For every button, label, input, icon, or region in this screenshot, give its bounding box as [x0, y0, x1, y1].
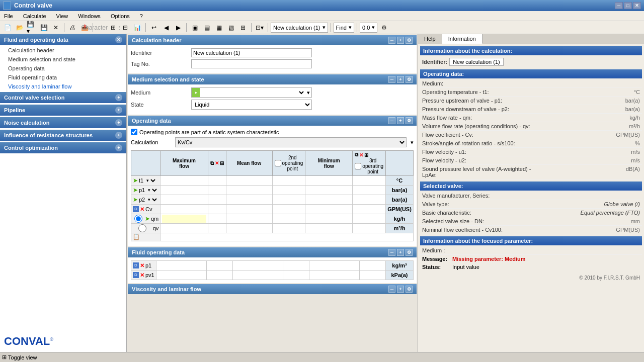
p2-max-input[interactable] [162, 196, 206, 204]
menu-options[interactable]: Options [109, 13, 132, 20]
tab-information[interactable]: Information [442, 34, 482, 44]
cv-mean-input[interactable] [228, 205, 271, 213]
p2-mean-input[interactable] [228, 196, 271, 204]
save-button[interactable]: 💾 [38, 22, 49, 33]
qv-max-input[interactable] [162, 224, 206, 232]
second-op-point-checkbox[interactable] [275, 160, 281, 166]
medium-select[interactable]: ➤ ▾ [191, 87, 312, 98]
undo-button[interactable]: ↩ [148, 22, 159, 33]
fluid-pv1-mean-input[interactable] [234, 271, 281, 279]
qm-mean-input[interactable] [228, 215, 271, 223]
menu-windows[interactable]: Windows [76, 13, 103, 20]
qm-min-input[interactable] [307, 215, 351, 223]
calc-dropdown-arrow[interactable]: ▾ [411, 139, 414, 146]
view-btn3[interactable]: ▦ [213, 22, 224, 33]
t1-max-input[interactable] [162, 176, 206, 185]
settings-button[interactable]: ⚙ [378, 22, 389, 33]
fluid-pv1-x-icon[interactable]: ✕ [140, 272, 144, 279]
fluid-add-btn[interactable]: + [397, 249, 404, 256]
section-resistance[interactable]: Influence of resistance structures + [0, 130, 126, 141]
cv-max-input[interactable] [162, 205, 206, 213]
fluid-pv1-max-input[interactable] [158, 271, 205, 279]
cv-min-input[interactable] [307, 205, 351, 213]
maximize-button[interactable]: □ [624, 2, 632, 9]
fluid-pv1-min-input[interactable] [311, 271, 358, 279]
min-copy-icon[interactable]: ⧉ [355, 152, 358, 158]
view-btn2[interactable]: ▤ [201, 22, 212, 33]
viscosity-minimize-btn[interactable]: ─ [388, 286, 395, 293]
menu-help[interactable]: ? [138, 13, 145, 20]
min-delete-icon[interactable]: ✕ [359, 152, 363, 158]
section-fluid-operating[interactable]: Fluid and operating data ✕ [0, 34, 126, 45]
close-button[interactable]: ✕ [633, 2, 641, 9]
t1-select[interactable]: ▾ [144, 177, 157, 184]
nav-item-fluid-operating[interactable]: Fluid operating data [0, 73, 126, 82]
new-button[interactable]: 📄 [2, 22, 13, 33]
max-add-icon[interactable]: ⊞ [220, 160, 224, 166]
delete-button[interactable]: ✕ [50, 22, 61, 33]
save-dropdown[interactable]: 💾▾ [26, 22, 37, 33]
tab-help[interactable]: Help [418, 34, 442, 44]
open-button[interactable]: 📂 [14, 22, 25, 33]
nav-item-viscosity[interactable]: Viscosity and laminar flow [0, 82, 126, 91]
minimize-button[interactable]: ─ [615, 2, 623, 9]
t1-min-input[interactable] [307, 176, 351, 185]
viscosity-settings-btn[interactable]: ⚙ [406, 286, 413, 293]
p1-max-input[interactable] [162, 186, 206, 194]
find-dropdown[interactable]: Find ▾ [334, 23, 354, 33]
section-pipeline[interactable]: Pipeline + [0, 105, 126, 116]
p2-select[interactable]: ▾ [146, 197, 158, 203]
nav-item-operating[interactable]: Operating data [0, 64, 126, 73]
section-noise[interactable]: Noise calculation + [0, 117, 126, 128]
back-button[interactable]: ◀ [160, 22, 172, 33]
operating-add-btn[interactable]: + [397, 117, 404, 124]
medium-dropdown-arrow[interactable]: ▾ [305, 89, 311, 96]
medium-dropdown[interactable] [200, 88, 305, 97]
view-btn4[interactable]: ▧ [225, 22, 236, 33]
char-btn4[interactable]: 📊 [132, 22, 143, 33]
print-button[interactable]: 🖨 [67, 22, 78, 33]
viscosity-add-btn[interactable]: + [397, 286, 404, 293]
section-optimization[interactable]: Control optimization + [0, 142, 126, 153]
forward-button[interactable]: ▶ [173, 22, 184, 33]
medium-add-btn[interactable]: + [397, 76, 404, 83]
p1-mean-input[interactable] [228, 186, 271, 194]
fluid-minimize-btn[interactable]: ─ [388, 249, 395, 256]
max-copy-icon[interactable]: ⧉ [210, 160, 214, 166]
min-add-icon[interactable]: ⊞ [364, 152, 368, 158]
char-btn2[interactable]: ⊞ [108, 22, 119, 33]
calculation-select[interactable]: Kv/Cv [175, 137, 407, 147]
fluid-p1-mean-input[interactable] [234, 261, 281, 269]
qm-max-input[interactable] [162, 215, 206, 223]
state-select[interactable]: Liquid Gas Steam [191, 100, 312, 110]
p2-min-input[interactable] [307, 196, 351, 204]
characteristics-button[interactable]: Characteristics [96, 22, 107, 33]
toggle-view-button[interactable]: ⊞ Toggle view [2, 354, 37, 360]
char-btn3[interactable]: ⊟ [120, 22, 131, 33]
view-btn1[interactable]: ▣ [189, 22, 200, 33]
fluid-p1-max-input[interactable] [158, 261, 205, 269]
qv-mean-input[interactable] [228, 224, 271, 232]
fluid-p1-min-input[interactable] [311, 261, 358, 269]
max-delete-icon[interactable]: ✕ [215, 160, 219, 166]
nav-item-calc-header[interactable]: Calculation header [0, 46, 126, 55]
value-dropdown[interactable]: 0.0 ▾ [360, 23, 377, 33]
third-op-point-checkbox[interactable] [355, 163, 361, 169]
section-control-valve[interactable]: Control valve selection + [0, 92, 126, 103]
operating-settings-btn[interactable]: ⚙ [406, 117, 413, 124]
qv-radio[interactable] [133, 224, 152, 232]
menu-view[interactable]: View [54, 13, 70, 20]
nav-item-medium[interactable]: Medium selection and state [0, 55, 126, 64]
calc-header-add-btn[interactable]: + [397, 37, 404, 44]
calc-header-minimize-btn[interactable]: ─ [388, 37, 395, 44]
t1-mean-input[interactable] [228, 176, 271, 185]
fluid-settings-btn[interactable]: ⚙ [406, 249, 413, 256]
identifier-input[interactable] [191, 48, 312, 57]
layout-btn[interactable]: ⊡▾ [254, 22, 265, 33]
qv-min-input[interactable] [307, 224, 351, 232]
cv-x-icon[interactable]: ✕ [140, 206, 144, 213]
qm-radio[interactable] [133, 215, 144, 223]
view-btn5[interactable]: ⊞ [237, 22, 249, 33]
menu-file[interactable]: File [2, 13, 15, 20]
medium-minimize-btn[interactable]: ─ [388, 76, 395, 83]
